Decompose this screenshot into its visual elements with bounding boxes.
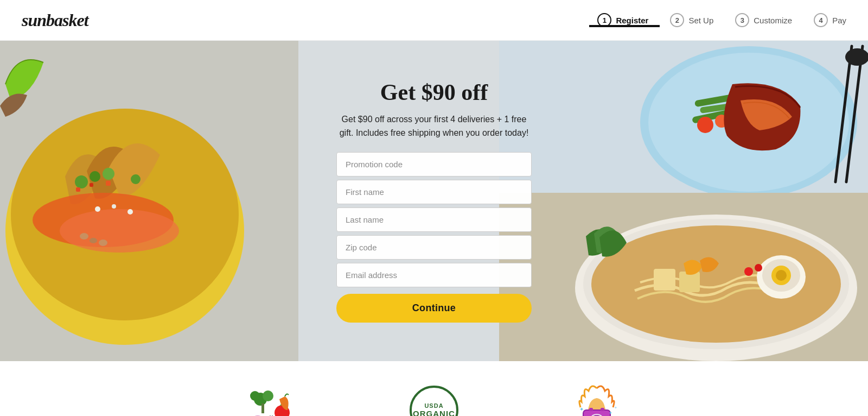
bottom-section: USDA ORGANIC ✦ ✦ — [0, 361, 868, 416]
svg-point-16 — [90, 238, 97, 243]
food-image-right-top — [499, 41, 868, 198]
header: sunbasket 1 Register 2 Set Up 3 Customiz… — [0, 0, 868, 41]
step-customize[interactable]: 3 Customize — [735, 13, 792, 27]
usda-illustration: USDA ORGANIC — [407, 383, 461, 416]
form-fields — [336, 152, 532, 287]
food-image-left — [0, 41, 298, 361]
step-register[interactable]: 1 Register — [597, 13, 648, 27]
svg-point-4 — [60, 209, 179, 253]
hero-section: Get $90 off Get $90 off across your firs… — [0, 41, 868, 361]
svg-rect-60 — [589, 408, 593, 411]
timer-icon-container: ✦ ✦ ✦ — [570, 383, 624, 416]
step-label-customize: Customize — [754, 16, 792, 25]
svg-rect-9 — [76, 187, 80, 192]
registration-form-container: Get $90 off Get $90 off across your firs… — [336, 79, 532, 323]
zip-code-input[interactable] — [336, 235, 532, 260]
svg-point-24 — [697, 117, 713, 133]
svg-rect-11 — [106, 181, 111, 186]
step-circle-3: 3 — [735, 13, 749, 27]
svg-point-7 — [103, 168, 114, 180]
promotion-code-input[interactable] — [336, 152, 532, 177]
svg-point-13 — [112, 204, 116, 209]
svg-point-40 — [755, 264, 762, 272]
svg-point-5 — [75, 175, 88, 188]
svg-point-12 — [95, 206, 100, 212]
step-circle-2: 2 — [670, 13, 684, 27]
step-setup[interactable]: 2 Set Up — [670, 13, 713, 27]
last-name-input[interactable] — [336, 207, 532, 232]
food-image-right-bottom — [499, 193, 868, 361]
svg-text:✦: ✦ — [579, 406, 584, 412]
svg-point-43 — [250, 391, 260, 401]
usda-label-organic: ORGANIC — [413, 409, 455, 417]
svg-rect-10 — [90, 183, 93, 187]
svg-point-36 — [776, 270, 787, 281]
timer-illustration: ✦ ✦ ✦ — [570, 383, 624, 416]
svg-point-17 — [99, 239, 107, 246]
svg-text:✦: ✦ — [614, 406, 617, 410]
svg-point-8 — [131, 174, 141, 184]
logo: sunbasket — [22, 10, 88, 30]
veggies-icon-container — [244, 383, 298, 416]
svg-rect-37 — [654, 269, 675, 291]
usda-badge: USDA ORGANIC — [410, 386, 458, 416]
step-navigation: 1 Register 2 Set Up 3 Customize 4 Pay — [597, 13, 846, 27]
step-label-pay: Pay — [832, 16, 846, 25]
svg-point-15 — [80, 233, 88, 239]
step-label-setup: Set Up — [688, 16, 713, 25]
step-circle-4: 4 — [814, 13, 828, 27]
svg-rect-61 — [601, 408, 604, 411]
usda-label-top: USDA — [424, 402, 443, 409]
svg-point-42 — [263, 390, 273, 401]
svg-point-6 — [90, 171, 100, 182]
svg-point-39 — [744, 267, 753, 276]
veggies-illustration — [244, 383, 298, 416]
first-name-input[interactable] — [336, 180, 532, 204]
svg-point-14 — [127, 209, 133, 215]
step-label-register: Register — [616, 16, 648, 25]
continue-button[interactable]: Continue — [336, 294, 532, 323]
promo-subtitle: Get $90 off across your first 4 deliveri… — [336, 113, 532, 140]
svg-text:✦: ✦ — [609, 411, 612, 415]
usda-icon-container: USDA ORGANIC — [407, 383, 461, 416]
svg-point-28 — [845, 48, 868, 66]
svg-rect-44 — [261, 404, 264, 413]
step-pay[interactable]: 4 Pay — [814, 13, 846, 27]
email-input[interactable] — [336, 263, 532, 287]
promo-title: Get $90 off — [336, 79, 532, 105]
